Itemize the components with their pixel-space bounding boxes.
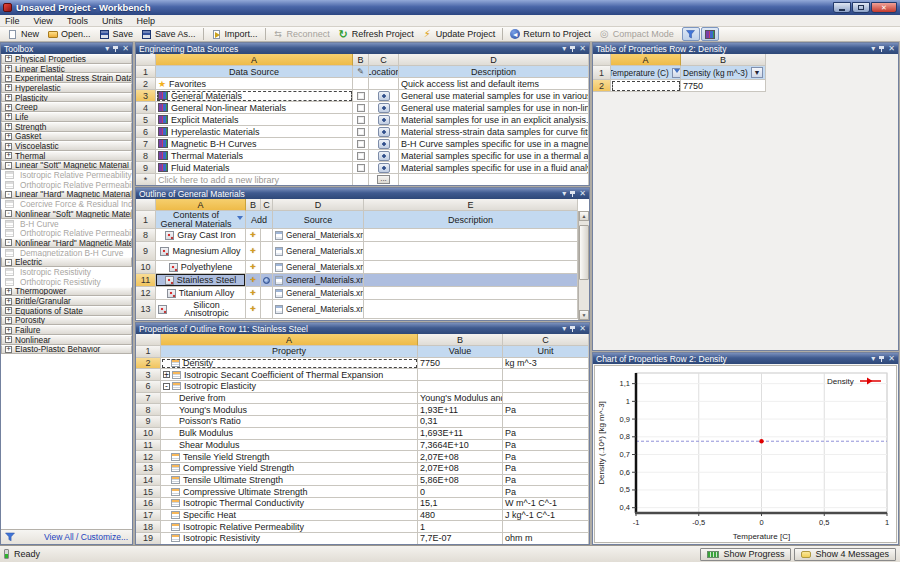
panel-pin-icon[interactable] xyxy=(879,355,884,362)
expand-icon[interactable]: + xyxy=(5,84,12,91)
expand-icon[interactable]: + xyxy=(5,55,12,62)
location-cell[interactable] xyxy=(369,126,399,138)
props-row[interactable]: 2Density7750kg m^-3 xyxy=(136,358,589,370)
value-cell[interactable]: 1,93E+11 xyxy=(418,404,503,416)
property-cell[interactable]: Isotropic Thermal Conductivity xyxy=(161,498,418,510)
eds-header-row[interactable]: 1Data Source✎LocationDescription xyxy=(136,66,589,78)
add-plus-icon[interactable]: + xyxy=(250,275,255,285)
property-cell[interactable]: Poisson's Ratio xyxy=(161,416,418,428)
value-cell[interactable]: Young's Modulus and Po... xyxy=(418,393,503,405)
props-row[interactable]: 10Bulk Modulus1,693E+11Pa xyxy=(136,428,589,440)
panel-close-icon[interactable]: ✕ xyxy=(122,45,129,53)
value-cell[interactable]: 7750 xyxy=(418,358,503,370)
in-use-cell[interactable] xyxy=(261,242,273,261)
eds-row[interactable]: 7Magnetic B-H CurvesB-H Curve samples sp… xyxy=(136,138,589,150)
toolbox-group-header[interactable]: +Porosity xyxy=(1,316,132,326)
value-cell[interactable]: 7,3664E+10 xyxy=(418,440,503,452)
in-use-cell[interactable] xyxy=(261,274,273,287)
description-cell[interactable]: Quick access list and default items xyxy=(399,78,589,90)
save-as-button[interactable]: Save As... xyxy=(137,28,200,41)
browse-button[interactable]: ... xyxy=(377,175,390,184)
checkbox[interactable] xyxy=(357,104,365,112)
location-icon[interactable] xyxy=(378,115,390,125)
toolbox-group-header[interactable]: -Linear "Hard" Magnetic Material xyxy=(1,190,132,200)
expand-icon[interactable]: + xyxy=(5,298,12,305)
expand-icon[interactable]: + xyxy=(5,113,12,120)
checkbox[interactable] xyxy=(357,128,365,136)
description-cell[interactable] xyxy=(364,287,578,300)
eds-row[interactable]: 9Fluid MaterialsMaterial samples specifi… xyxy=(136,162,589,174)
data-sources-toggle-button[interactable] xyxy=(701,27,719,41)
outline-row-gray-cast-iron[interactable]: 8Gray Cast Iron+General_Materials.xml xyxy=(136,229,578,242)
props-row[interactable]: 15Compressive Ultimate Strength0Pa xyxy=(136,486,589,498)
panel-pin-icon[interactable] xyxy=(113,45,118,52)
location-icon[interactable] xyxy=(378,91,390,101)
expand-icon[interactable]: + xyxy=(5,152,12,159)
refresh-project-button[interactable]: ↻Refresh Project xyxy=(334,28,418,41)
eds-row[interactable]: *Click here to add a new library... xyxy=(136,174,589,185)
expand-icon[interactable]: + xyxy=(5,346,12,353)
data-source-cell[interactable]: ★Favorites xyxy=(156,78,353,90)
dropdown-arrow-icon[interactable]: ▼ xyxy=(751,67,763,78)
unit-cell[interactable]: Pa xyxy=(503,440,589,452)
description-cell[interactable] xyxy=(364,242,578,261)
location-cell[interactable] xyxy=(369,114,399,126)
location-cell[interactable] xyxy=(369,138,399,150)
panel-menu-icon[interactable]: ▾ xyxy=(562,325,566,333)
tp-header-row[interactable]: 1Temperature (C)Density (kg m^-3)▼ xyxy=(593,66,766,80)
in-use-cell[interactable] xyxy=(261,261,273,274)
toolbox-group-header[interactable]: +Viscoelastic xyxy=(1,141,132,151)
unit-cell[interactable]: Pa xyxy=(503,463,589,475)
unit-cell[interactable]: Pa xyxy=(503,486,589,498)
add-cell[interactable]: + xyxy=(246,242,261,261)
expand-icon[interactable]: + xyxy=(5,143,12,150)
toolbox-group-header[interactable]: +Nonlinear xyxy=(1,335,132,345)
toolbox-group-header[interactable]: +Thermopower xyxy=(1,287,132,297)
eds-row[interactable]: 2★FavoritesQuick access list and default… xyxy=(136,78,589,90)
panel-menu-icon[interactable]: ▾ xyxy=(562,190,566,198)
open-button[interactable]: Open... xyxy=(43,28,95,41)
outline-row-titanium-alloy[interactable]: 12Titanium Alloy+General_Materials.xml xyxy=(136,287,578,300)
toolbox-group-header[interactable]: +Linear Elastic xyxy=(1,64,132,74)
col-letter-b[interactable]: B xyxy=(246,199,261,211)
description-cell[interactable]: General use material samples for use in … xyxy=(399,90,589,102)
location-cell[interactable] xyxy=(369,78,399,90)
source-cell[interactable]: General_Materials.xml xyxy=(273,300,364,319)
show-progress-button[interactable]: Show Progress xyxy=(700,548,791,561)
outline-row-magnesium-alloy[interactable]: 9Magnesium Alloy+General_Materials.xml xyxy=(136,242,578,261)
minimize-button[interactable] xyxy=(833,2,851,13)
panel-close-icon[interactable]: ✕ xyxy=(579,45,586,53)
data-source-cell[interactable]: Magnetic B-H Curves xyxy=(156,138,353,150)
toolbox-group-header[interactable]: +Physical Properties xyxy=(1,54,132,64)
source-cell[interactable]: General_Materials.xml xyxy=(273,287,364,300)
panel-menu-icon[interactable]: ▾ xyxy=(871,355,875,363)
col-letter-e[interactable]: E xyxy=(364,199,578,211)
source-cell[interactable]: General_Materials.xml xyxy=(273,242,364,261)
description-cell[interactable]: Material stress-strain data samples for … xyxy=(399,126,589,138)
props-row[interactable]: 14Tensile Ultimate Strength5,86E+08Pa xyxy=(136,475,589,487)
outline-header-row[interactable]: 1Contents of General MaterialsAddSourceD… xyxy=(136,211,578,229)
new-button[interactable]: New xyxy=(3,28,43,41)
description-cell[interactable]: Material samples specific for use in a f… xyxy=(399,162,589,174)
props-row[interactable]: 11Shear Modulus7,3664E+10Pa xyxy=(136,440,589,452)
props-row[interactable]: 3+Isotropic Secant Coefficient of Therma… xyxy=(136,369,589,381)
props-row[interactable]: 6-Isotropic Elasticity xyxy=(136,381,589,393)
property-cell[interactable]: +Isotropic Secant Coefficient of Thermal… xyxy=(161,369,418,381)
col-letter-a[interactable]: A xyxy=(161,334,418,346)
props-row[interactable]: 19Isotropic Resistivity7,7E-07ohm m xyxy=(136,533,589,544)
unit-cell[interactable]: W m^-1 C^-1 xyxy=(503,498,589,510)
eds-row[interactable]: 4General Non-linear MaterialsGeneral use… xyxy=(136,102,589,114)
value-cell[interactable] xyxy=(418,369,503,381)
view-all-customize-link[interactable]: View All / Customize... xyxy=(44,532,128,542)
value-cell[interactable] xyxy=(418,381,503,393)
property-cell[interactable]: -Isotropic Elasticity xyxy=(161,381,418,393)
col-letter-a[interactable]: A xyxy=(156,199,246,211)
property-cell[interactable]: Shear Modulus xyxy=(161,440,418,452)
value-cell[interactable]: 480 xyxy=(418,510,503,522)
import-button[interactable]: Import... xyxy=(207,28,262,41)
outline-row-stainless-steel[interactable]: 11Stainless Steel+General_Materials.xml xyxy=(136,274,578,287)
collapse-icon[interactable]: - xyxy=(5,210,12,217)
expand-icon[interactable]: + xyxy=(5,65,12,72)
expand-icon[interactable]: + xyxy=(5,104,12,111)
data-source-cell[interactable]: Click here to add a new library xyxy=(156,174,353,185)
